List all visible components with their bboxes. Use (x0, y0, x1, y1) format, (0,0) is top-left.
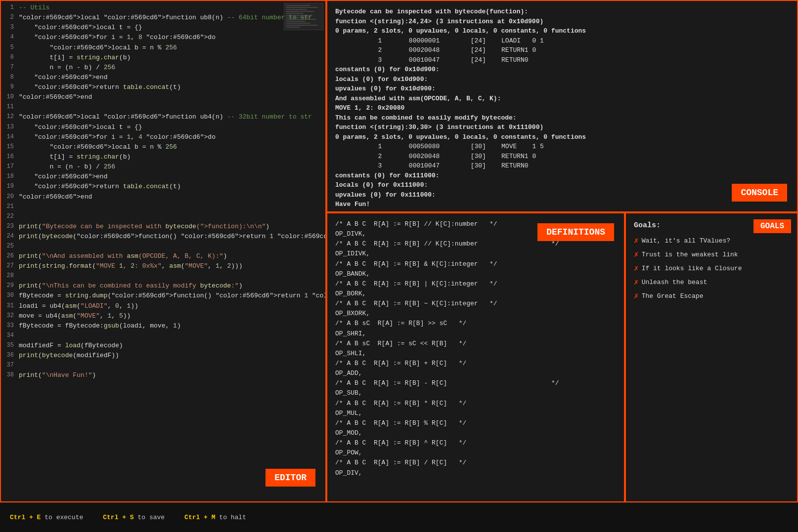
line-number: 17 (1, 162, 19, 171)
line-code: fBytecode = string.dump("color:#569cd6">… (19, 291, 325, 301)
editor-line: 1-- Utils (1, 3, 325, 13)
line-number: 32 (1, 311, 19, 321)
console-output: Bytecode can be inspected with bytecode(… (335, 7, 789, 212)
line-number: 16 (1, 152, 19, 162)
editor-line: 34 (1, 331, 325, 341)
goal-x-icon: ✗ (634, 236, 639, 246)
line-number: 4 (1, 33, 19, 42)
goals-list: ✗Wait, it's all TValues?✗Trust is the we… (634, 236, 789, 305)
line-number: 29 (1, 281, 19, 290)
line-code: "color:#569cd6">end (19, 92, 325, 102)
console-label: CONSOLE (732, 184, 787, 202)
console-line: constants (0) for 0x10d900: (335, 65, 789, 75)
line-number: 34 (1, 331, 19, 340)
main-container: 1-- Utils2"color:#569cd6">local "color:#… (0, 0, 798, 502)
line-number: 3 (1, 23, 19, 32)
editor-line: 35modifiedF = load(fBytecode) (1, 341, 325, 351)
shortcut-key: Ctrl + M (184, 514, 215, 521)
line-number: 33 (1, 321, 19, 330)
line-number: 23 (1, 222, 19, 231)
editor-line: 32move = ub4(asm("MOVE", 1, 5)) (1, 311, 325, 321)
editor-line: 2"color:#569cd6">local "color:#569cd6">f… (1, 13, 325, 23)
line-code: t[i] = string.char(b) (19, 53, 325, 63)
line-code: "color:#569cd6">return table.concat(t) (19, 82, 325, 92)
line-code: -- Utils (19, 3, 325, 13)
console-line: 0 params, 2 slots, 0 upvalues, 0 locals,… (335, 26, 789, 36)
console-line: 2 00020048 [30] RETURN1 0 (335, 152, 789, 162)
goals-label: GOALS (754, 219, 791, 233)
line-number: 28 (1, 271, 19, 281)
editor-label: EDITOR (266, 469, 315, 487)
editor-line: 27print(string.format("MOVE 1, 2: 0x%x",… (1, 261, 325, 271)
console-line: function <(string):24,24> (3 instruction… (335, 17, 789, 27)
bottom-row: DEFINITIONS /* A B C R[A] := R[B] // K[C… (326, 212, 798, 502)
line-number: 6 (1, 53, 19, 62)
line-code: "color:#569cd6">local t = {} (19, 123, 325, 132)
editor-line: 29print("\nThis can be combined to easil… (1, 281, 325, 291)
line-number: 31 (1, 301, 19, 311)
console-line: Bytecode can be inspected with bytecode(… (335, 7, 789, 17)
line-number: 38 (1, 370, 19, 380)
editor-line: 11 (1, 102, 325, 112)
editor-line: 37 (1, 361, 325, 370)
line-number: 2 (1, 13, 19, 22)
line-number: 35 (1, 341, 19, 350)
console-line: 3 00010047 [30] RETURN0 (335, 161, 789, 171)
line-number: 30 (1, 291, 19, 300)
editor-line: 9 "color:#569cd6">return table.concat(t) (1, 82, 325, 92)
line-number: 25 (1, 242, 19, 251)
line-number: 5 (1, 43, 19, 52)
line-code: "color:#569cd6">end (19, 192, 325, 202)
line-code: print("Bytecode can be inspected with by… (19, 222, 325, 232)
editor-content[interactable]: 1-- Utils2"color:#569cd6">local "color:#… (1, 1, 325, 501)
goal-text: If it looks like a Closure (642, 265, 742, 272)
line-number: 10 (1, 92, 19, 102)
editor-panel: 1-- Utils2"color:#569cd6">local "color:#… (0, 0, 326, 502)
goal-item: ✗The Great Escape (634, 291, 789, 301)
line-code: modifiedF = load(fBytecode) (19, 341, 325, 351)
editor-line: 26print("\nAnd assembled with asm(OPCODE… (1, 251, 325, 261)
editor-line: 33fBytecode = fBytecode:gsub(loadi, move… (1, 321, 325, 331)
console-line: locals (0) for 0x10d900: (335, 75, 789, 84)
right-panels: Bytecode can be inspected with bytecode(… (326, 0, 798, 502)
goal-item: ✗Trust is the weakest link (634, 249, 789, 259)
editor-line: 15 "color:#569cd6">local b = n % 256 (1, 142, 325, 152)
line-code: "color:#569cd6">end (19, 73, 325, 82)
line-code: "color:#569cd6">local "color:#569cd6">fu… (19, 112, 325, 122)
line-number: 7 (1, 63, 19, 72)
editor-line: 10"color:#569cd6">end (1, 92, 325, 102)
line-code: print("\nThis can be combined to easily … (19, 281, 325, 291)
shortcut-label: to halt (219, 514, 246, 521)
status-bar: Ctrl + E to executeCtrl + S to saveCtrl … (0, 502, 798, 532)
editor-line: 13 "color:#569cd6">local t = {} (1, 123, 325, 132)
line-number: 36 (1, 351, 19, 360)
line-code: loadi = ub4(asm("LOADI", 0, 1)) (19, 301, 325, 311)
line-number: 14 (1, 132, 19, 142)
goal-item: ✗If it looks like a Closure (634, 263, 789, 273)
goal-text: The Great Escape (642, 292, 704, 300)
shortcut-label: to execute (44, 514, 83, 521)
line-code: "color:#569cd6">local "color:#569cd6">fu… (19, 13, 325, 23)
editor-line: 22 (1, 212, 325, 222)
console-line: upvalues (0) for 0x111000: (335, 190, 789, 200)
definitions-label: DEFINITIONS (537, 223, 614, 241)
line-code: "color:#569cd6">local b = n % 256 (19, 43, 325, 53)
line-number: 13 (1, 123, 19, 132)
line-code: print(string.format("MOVE 1, 2: 0x%x", a… (19, 261, 325, 271)
line-number: 8 (1, 73, 19, 82)
editor-line: 30fBytecode = string.dump("color:#569cd6… (1, 291, 325, 301)
goal-item: ✗Unleash the beast (634, 277, 789, 287)
line-number: 15 (1, 142, 19, 152)
definitions-panel: DEFINITIONS /* A B C R[A] := R[B] // K[C… (326, 212, 625, 502)
shortcut-label: to save (137, 514, 165, 521)
line-number: 22 (1, 212, 19, 221)
editor-line: 17 n = (n - b) / 256 (1, 162, 325, 172)
editor-line: 6 t[i] = string.char(b) (1, 53, 325, 63)
console-line: And assembled with asm(OPCODE, A, B, C, … (335, 94, 789, 104)
line-number: 21 (1, 202, 19, 211)
line-code: n = (n - b) / 256 (19, 162, 325, 172)
line-number: 20 (1, 192, 19, 202)
console-line: 0 params, 2 slots, 0 upvalues, 0 locals,… (335, 132, 789, 142)
goal-x-icon: ✗ (634, 263, 639, 273)
goal-text: Trust is the weakest link (642, 251, 738, 258)
